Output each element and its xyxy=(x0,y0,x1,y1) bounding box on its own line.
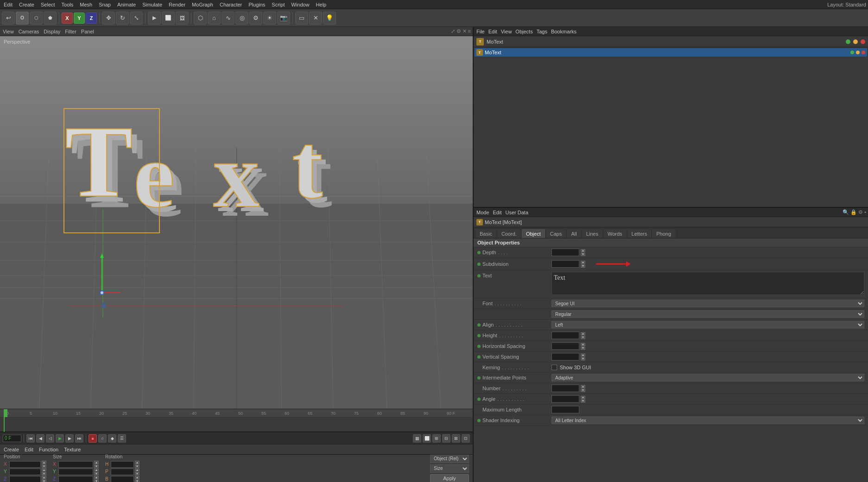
shader-indexing-select[interactable]: All Letter Index Letter Index Word Index xyxy=(551,417,864,424)
tab-words[interactable]: Words xyxy=(603,229,627,238)
angle-up[interactable]: ▲ xyxy=(581,396,585,399)
angle-input[interactable]: 5° xyxy=(551,395,579,403)
light-tool-button[interactable]: ☀ xyxy=(263,12,276,25)
key-button[interactable]: ◆ xyxy=(108,434,116,443)
props-dots-icon[interactable]: • xyxy=(864,209,866,215)
om-menu-objects[interactable]: Objects xyxy=(515,29,532,34)
position-x-up[interactable]: ▲ xyxy=(42,461,46,464)
rotate-tool-button[interactable]: ↻ xyxy=(116,12,129,25)
viewport-mode-2[interactable]: ⬜ xyxy=(423,434,431,443)
tab-coord[interactable]: Coord. xyxy=(497,229,521,238)
size-z-down[interactable]: ▼ xyxy=(94,479,99,482)
size-x-down[interactable]: ▼ xyxy=(94,464,99,468)
axis-x-button[interactable]: X xyxy=(62,13,73,24)
undo-button[interactable]: ↩ xyxy=(2,12,15,25)
viewport-menu-view[interactable]: View xyxy=(3,29,14,34)
align-select[interactable]: Left Center Right xyxy=(551,321,864,328)
menu-item-simulate[interactable]: Simulate xyxy=(140,2,164,7)
nav-function[interactable]: Function xyxy=(39,447,58,452)
viewport-menu-filter[interactable]: Filter xyxy=(65,29,76,34)
om-menu-bookmarks[interactable]: Bookmarks xyxy=(551,29,577,34)
om-menu-edit[interactable]: Edit xyxy=(488,29,497,34)
size-y-up[interactable]: ▲ xyxy=(94,468,99,471)
number-input[interactable]: 5 xyxy=(551,385,579,392)
font-select[interactable]: Segoe UI xyxy=(551,300,864,307)
position-z-up[interactable]: ▲ xyxy=(42,476,46,479)
subdivision-input[interactable]: 5 xyxy=(551,260,579,268)
rotation-b-input[interactable]: 0° xyxy=(111,476,134,482)
viewport-mode-4[interactable]: ⊟ xyxy=(442,434,450,443)
show-3d-gui-checkbox[interactable] xyxy=(551,365,557,370)
om-menu-file[interactable]: File xyxy=(476,29,485,34)
tab-letters[interactable]: Letters xyxy=(627,229,652,238)
number-up[interactable]: ▲ xyxy=(581,385,585,388)
om-menu-view[interactable]: View xyxy=(501,29,512,34)
viewport-canvas[interactable]: Perspective xyxy=(0,36,473,409)
height-down[interactable]: ▼ xyxy=(581,336,585,339)
viewport-menu-panel[interactable]: Panel xyxy=(81,29,94,34)
skip-start-button[interactable]: ⏮ xyxy=(26,434,35,443)
position-z-down[interactable]: ▼ xyxy=(42,479,46,482)
size-x-input[interactable]: 343.164 cm xyxy=(58,461,93,468)
object-dot-green[interactable] xyxy=(846,39,850,44)
menu-item-snap[interactable]: Snap xyxy=(97,2,113,7)
mode-object-button[interactable]: O xyxy=(16,12,29,25)
rotation-p-down[interactable]: ▼ xyxy=(135,472,139,475)
move-tool-button[interactable]: ✥ xyxy=(102,12,115,25)
depth-down[interactable]: ▼ xyxy=(581,253,585,256)
number-down[interactable]: ▼ xyxy=(581,389,585,392)
text-textarea[interactable]: Text xyxy=(551,272,864,295)
render-button[interactable]: ▶ xyxy=(148,12,161,25)
position-x-down[interactable]: ▼ xyxy=(42,464,46,468)
menu-item-mograph[interactable]: MoGraph xyxy=(190,2,215,7)
menu-item-select[interactable]: Select xyxy=(39,2,57,7)
rotation-p-up[interactable]: ▲ xyxy=(135,468,139,471)
viewport-icon-settings[interactable]: ⚙ xyxy=(456,28,461,34)
null-tool-button[interactable]: ✕ xyxy=(309,12,322,25)
mode-polygon-button[interactable]: ⬡ xyxy=(30,12,43,25)
scale-tool-button[interactable]: ⤡ xyxy=(130,12,143,25)
horiz-spacing-input[interactable]: 0 cm xyxy=(551,342,579,350)
height-up[interactable]: ▲ xyxy=(581,332,585,335)
record-auto-button[interactable]: ○ xyxy=(98,434,107,443)
om-menu-tags[interactable]: Tags xyxy=(537,29,547,34)
tab-phong[interactable]: Phong xyxy=(652,229,675,238)
props-menu-userdata[interactable]: User Data xyxy=(506,210,529,215)
materials-button[interactable]: 💡 xyxy=(323,12,336,25)
tab-caps[interactable]: Caps xyxy=(546,229,566,238)
subdivision-down[interactable]: ▼ xyxy=(581,264,585,268)
viewport-mode-1[interactable]: ▦ xyxy=(413,434,421,443)
nav-edit[interactable]: Edit xyxy=(25,447,33,452)
apply-button[interactable]: Apply xyxy=(430,474,469,482)
menu-item-character[interactable]: Character xyxy=(218,2,244,7)
rotation-h-down[interactable]: ▼ xyxy=(135,464,139,468)
menu-item-render[interactable]: Render xyxy=(167,2,187,7)
play-forward-button[interactable]: ▶ xyxy=(56,434,64,443)
props-search-icon[interactable]: 🔍 xyxy=(843,209,849,215)
vert-spacing-up[interactable]: ▲ xyxy=(581,353,585,357)
props-menu-edit[interactable]: Edit xyxy=(493,210,502,215)
axis-y-button[interactable]: Y xyxy=(74,13,85,24)
viewport-menu-cameras[interactable]: Cameras xyxy=(19,29,39,34)
floor-tool-button[interactable]: ▭ xyxy=(295,12,308,25)
size-z-input[interactable]: 20 cm xyxy=(58,476,93,482)
props-lock-icon[interactable]: 🔒 xyxy=(850,209,857,215)
menu-item-animate[interactable]: Animate xyxy=(115,2,138,7)
size-z-up[interactable]: ▲ xyxy=(94,476,99,479)
menu-item-plugins[interactable]: Plugins xyxy=(247,2,267,7)
object-dot-orange[interactable] xyxy=(853,39,858,44)
props-settings-icon[interactable]: ⚙ xyxy=(858,209,863,215)
menu-item-tools[interactable]: Tools xyxy=(60,2,76,7)
play-back-button[interactable]: ◁ xyxy=(46,434,54,443)
menu-item-edit[interactable]: Edit xyxy=(2,2,14,7)
size-y-down[interactable]: ▼ xyxy=(94,472,99,475)
camera-tool-button[interactable]: 📷 xyxy=(277,12,290,25)
viewport-menu-display[interactable]: Display xyxy=(44,29,60,34)
viewport-mode-3[interactable]: ⊞ xyxy=(432,434,441,443)
axis-z-button[interactable]: Z xyxy=(86,13,97,24)
nav-texture[interactable]: Texture xyxy=(64,447,81,452)
current-frame-input[interactable] xyxy=(3,435,21,442)
depth-input[interactable]: 20 cm xyxy=(551,249,579,256)
tab-all[interactable]: All xyxy=(567,229,581,238)
horiz-spacing-down[interactable]: ▼ xyxy=(581,347,585,350)
